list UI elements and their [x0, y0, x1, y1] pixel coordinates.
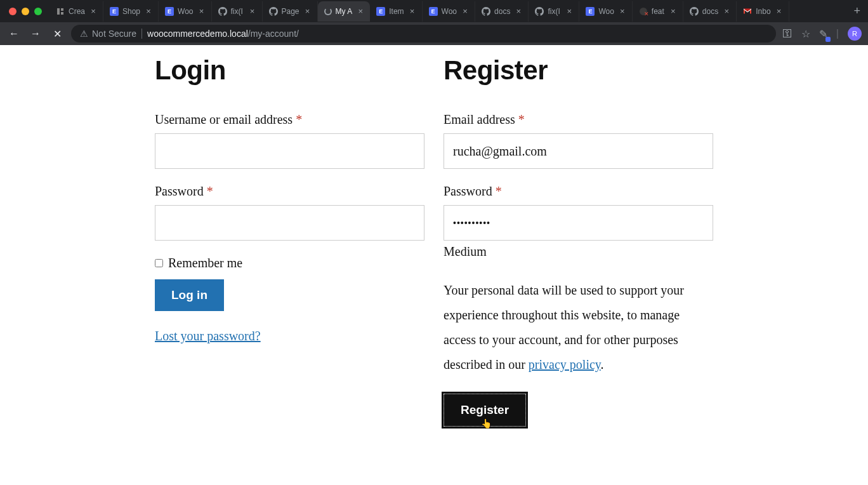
- tab-label: Item: [389, 7, 404, 16]
- privacy-policy-link[interactable]: privacy policy: [529, 357, 601, 371]
- login-password-label: Password *: [155, 184, 424, 199]
- browser-tab[interactable]: EItem×: [370, 1, 422, 22]
- browser-tab[interactable]: My A×: [318, 1, 371, 22]
- register-password-input[interactable]: [444, 205, 713, 241]
- tab-close-icon[interactable]: ×: [669, 6, 678, 16]
- browser-tab[interactable]: docs×: [683, 1, 737, 22]
- tab-close-icon[interactable]: ×: [514, 6, 523, 16]
- bookmark-star-icon[interactable]: ☆: [801, 28, 810, 40]
- login-column: Login Username or email address * Passwo…: [155, 55, 424, 485]
- browser-tab[interactable]: EWoo×: [423, 1, 475, 22]
- browser-tab[interactable]: Inbo×: [737, 1, 789, 22]
- login-username-input[interactable]: [155, 133, 424, 169]
- tab-label: Shop: [122, 7, 140, 16]
- extension-icon[interactable]: ✎: [819, 28, 827, 40]
- back-button[interactable]: ←: [6, 28, 22, 39]
- browser-tab[interactable]: Crea×: [49, 1, 103, 22]
- tab-label: Woo: [598, 7, 614, 16]
- gmail-favicon: [743, 7, 752, 16]
- tab-label: docs: [494, 7, 510, 16]
- window-minimize[interactable]: [22, 8, 29, 15]
- login-password-input[interactable]: [155, 205, 424, 241]
- not-secure-badge: ⚠ Not Secure: [80, 29, 142, 39]
- tab-close-icon[interactable]: ×: [144, 6, 153, 16]
- login-username-label: Username or email address *: [155, 112, 424, 127]
- github-favicon: [269, 7, 278, 16]
- remember-me-label: Remember me: [168, 256, 242, 270]
- login-heading: Login: [155, 55, 424, 86]
- tab-close-icon[interactable]: ×: [89, 6, 98, 16]
- tab-label: My A: [336, 7, 353, 16]
- stop-button[interactable]: ✕: [49, 28, 65, 40]
- remember-me-row[interactable]: Remember me: [155, 256, 424, 270]
- privacy-text: Your personal data will be used to suppo…: [444, 278, 713, 377]
- traffic-lights: [0, 8, 49, 15]
- toolbar: ← → ✕ ⚠ Not Secure woocommercedemo.local…: [0, 22, 868, 45]
- tab-label: Inbo: [756, 7, 770, 16]
- browser-tab[interactable]: EWoo×: [159, 1, 211, 22]
- register-button[interactable]: Register 👆: [444, 394, 526, 427]
- tab-label: docs: [702, 7, 718, 16]
- not-secure-text: Not Secure: [92, 29, 136, 39]
- svg-rect-0: [57, 8, 60, 15]
- register-email-label: Email address *: [444, 112, 713, 127]
- browser-tab[interactable]: fix(I×: [212, 1, 263, 22]
- window-close[interactable]: [9, 8, 16, 15]
- url-path: /my-account/: [248, 29, 299, 39]
- e-favicon: E: [110, 7, 119, 16]
- register-column: Register Email address * Password * Medi…: [444, 55, 713, 485]
- e-favicon: E: [586, 7, 595, 16]
- register-password-label: Password *: [444, 184, 713, 199]
- new-tab-button[interactable]: +: [846, 4, 868, 18]
- svg-rect-2: [61, 12, 63, 15]
- toolbar-right: ⚿ ☆ ✎ | R: [782, 27, 862, 41]
- address-bar[interactable]: ⚠ Not Secure woocommercedemo.local/my-ac…: [71, 25, 776, 43]
- error-favicon: ✕: [639, 7, 648, 16]
- tab-label: fix(I: [548, 7, 561, 16]
- tab-close-icon[interactable]: ×: [618, 6, 627, 16]
- e-favicon: E: [165, 7, 174, 16]
- tab-close-icon[interactable]: ×: [197, 6, 206, 16]
- tab-close-icon[interactable]: ×: [775, 6, 784, 16]
- tab-close-icon[interactable]: ×: [461, 6, 470, 16]
- app-favicon: [56, 7, 65, 16]
- tab-strip: Crea×EShop×EWoo×fix(I×Page×My A×EItem×EW…: [49, 0, 846, 22]
- tab-label: Crea: [69, 7, 85, 16]
- tab-label: Woo: [178, 7, 193, 16]
- github-favicon: [690, 7, 699, 16]
- key-icon[interactable]: ⚿: [782, 28, 792, 39]
- loading-spinner-icon: [324, 8, 332, 15]
- lost-password-link[interactable]: Lost your password?: [155, 329, 261, 343]
- tab-close-icon[interactable]: ×: [248, 6, 257, 16]
- tab-close-icon[interactable]: ×: [408, 6, 417, 16]
- browser-tab[interactable]: fix(I×: [529, 1, 579, 22]
- titlebar: Crea×EShop×EWoo×fix(I×Page×My A×EItem×EW…: [0, 0, 868, 22]
- github-favicon: [482, 7, 490, 16]
- tab-label: fix(I: [231, 7, 244, 16]
- window-maximize[interactable]: [34, 8, 42, 15]
- browser-tab[interactable]: ✕feat×: [633, 1, 683, 22]
- github-favicon: [218, 7, 227, 16]
- browser-tab[interactable]: EShop×: [103, 1, 159, 22]
- tab-close-icon[interactable]: ×: [303, 6, 312, 16]
- tab-close-icon[interactable]: ×: [722, 6, 731, 16]
- forward-button[interactable]: →: [28, 28, 43, 39]
- tab-label: Woo: [442, 7, 457, 16]
- tab-label: feat: [652, 7, 665, 16]
- warning-icon: ⚠: [80, 29, 88, 39]
- register-email-input[interactable]: [444, 133, 713, 169]
- password-strength: Medium: [444, 244, 713, 259]
- register-heading: Register: [444, 55, 713, 86]
- url-host: woocommercedemo.local: [147, 29, 248, 39]
- e-favicon: E: [429, 7, 438, 16]
- browser-tab[interactable]: Page×: [263, 1, 318, 22]
- browser-tab[interactable]: docs×: [475, 1, 529, 22]
- tab-close-icon[interactable]: ×: [356, 6, 365, 16]
- remember-me-checkbox[interactable]: [155, 259, 163, 267]
- browser-tab[interactable]: EWoo×: [579, 1, 632, 22]
- profile-avatar[interactable]: R: [848, 27, 862, 41]
- tab-close-icon[interactable]: ×: [565, 6, 574, 16]
- github-favicon: [535, 7, 544, 16]
- cursor-icon: 👆: [481, 418, 492, 429]
- login-button[interactable]: Log in: [155, 279, 224, 311]
